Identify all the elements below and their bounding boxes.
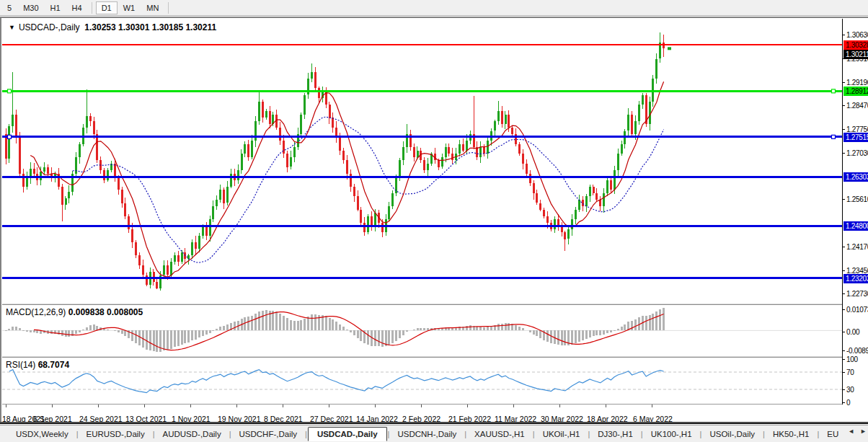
time-axis-tick (236, 405, 237, 407)
chart-frame-border (0, 422, 868, 424)
chart-symbol: USDCAD-,Daily (19, 22, 80, 32)
timeframe-w1[interactable]: W1 (118, 1, 141, 14)
time-axis[interactable]: 18 Aug 20216 Sep 202124 Sep 202113 Oct 2… (2, 405, 842, 422)
line-handle (832, 135, 836, 138)
timeframe-d1[interactable]: D1 (96, 1, 118, 14)
chart-frame-border (0, 18, 1, 422)
candles (5, 32, 665, 290)
tab-dj30-h1[interactable]: DJ30-,H1 (590, 428, 640, 441)
price-line-badge: 1.27515 (843, 133, 868, 142)
last-price-marker (668, 47, 671, 50)
price-line-badge: 1.26303 (843, 172, 868, 182)
line-handle (8, 135, 12, 138)
tab-hk50-h1[interactable]: HK50-,H1 (766, 428, 817, 441)
macd-label: MACD(12,26,9) 0.009838 0.008005 (6, 307, 143, 317)
axis-tick-label: 0.010733 (843, 305, 868, 314)
time-axis-tick (144, 405, 145, 407)
axis-tick-label: 1.28470 (843, 101, 868, 110)
tabs-scroll-left-button[interactable]: ◄ (848, 428, 854, 435)
horizontal-lines (2, 45, 842, 278)
time-axis-tick (652, 405, 652, 407)
timeframe-m30[interactable]: M30 (17, 1, 44, 14)
ma-slow-line (73, 117, 664, 262)
time-axis-tick (98, 405, 99, 407)
tab-audusd-daily[interactable]: AUDUSD-,Daily (156, 428, 229, 441)
axis-tick-label: 0 (843, 398, 868, 407)
axis-tick-label: 1.25610 (843, 195, 868, 204)
rsi-label: RSI(14) 68.7074 (6, 360, 69, 370)
time-axis-tick (190, 405, 191, 407)
axis-tick-label: 1.27030 (843, 149, 868, 158)
chart-tabs: USDX,Weekly|EURUSD-,Daily|AUDUSD-,Daily|… (0, 425, 868, 442)
timeframe-toolbar: 5M30H1H4D1W1MN (0, 0, 868, 16)
time-axis-tick (606, 405, 606, 407)
price-axis[interactable]: 1.306301.299101.291901.284701.277501.270… (842, 19, 868, 405)
axis-tick-label: 100 (843, 355, 868, 364)
macd-values: 0.009838 0.008005 (68, 307, 143, 317)
line-handle (8, 89, 12, 93)
tab-usdcnh-daily[interactable]: USDCNH-,Daily (390, 428, 464, 441)
axis-tick-label: 1.22730 (843, 289, 868, 299)
tab-eurusd-daily[interactable]: EURUSD-,Daily (79, 428, 152, 441)
tab-usdx-weekly[interactable]: USDX,Weekly (9, 428, 76, 441)
price-line-badge: 1.30211 (843, 50, 868, 59)
time-axis-tick (6, 405, 6, 407)
timeframe-h4[interactable]: H4 (66, 1, 88, 14)
time-axis-tick (375, 405, 376, 407)
time-axis-tick (467, 405, 468, 407)
axis-tick-label: 70 (843, 368, 868, 377)
price-line-badge: 1.30328 (843, 40, 868, 50)
timeframe-5[interactable]: 5 (1, 1, 17, 14)
tab-scroll-arrows: ◄ ► (843, 428, 867, 435)
line-handle (832, 89, 836, 93)
rsi-panel[interactable] (2, 358, 842, 404)
axis-tick-label: 1.29190 (843, 78, 868, 87)
tabs-scroll-right-button[interactable]: ► (860, 428, 867, 435)
toolbar-separator (168, 2, 169, 14)
tab-eu[interactable]: EU (820, 428, 846, 441)
chart-ohlc-values: 1.30253 1.30301 1.30185 1.30211 (84, 22, 216, 32)
rsi-value: 68.7074 (38, 360, 69, 370)
chart-title: ▼USDCAD-,Daily 1.30253 1.30301 1.30185 1… (9, 22, 216, 32)
time-axis-tick (513, 405, 514, 407)
tab-usdchf-daily[interactable]: USDCHF-,Daily (232, 428, 305, 441)
tab-ukoil-h1[interactable]: UKOil-,H1 (536, 428, 588, 441)
time-axis-tick (329, 405, 329, 407)
time-axis-tick (421, 405, 422, 407)
timeframe-mn[interactable]: MN (141, 1, 164, 14)
timeframe-h1[interactable]: H1 (45, 1, 66, 14)
macd-name: MACD(12,26,9) (6, 307, 66, 317)
price-line-badge: 1.23203 (843, 274, 868, 283)
price-chart[interactable] (2, 19, 842, 304)
time-axis-tick (283, 405, 283, 407)
tab-usoil-daily[interactable]: USOil-,Daily (702, 428, 762, 441)
axis-tick-label: 30 (843, 385, 868, 394)
axis-tick-label: 0.00 (843, 327, 868, 337)
axis-tick-label: 1.30630 (843, 30, 868, 40)
time-axis-tick (52, 405, 53, 407)
chart-menu-icon[interactable]: ▼ (9, 24, 15, 31)
time-axis-tick (559, 405, 560, 407)
axis-tick-label: 1.24170 (843, 242, 868, 252)
price-line-badge: 1.28912 (843, 87, 868, 96)
tab-xauusd-h1[interactable]: XAUUSD-,H1 (467, 428, 532, 441)
rsi-name: RSI(14) (6, 360, 35, 370)
price-line-badge: 1.24800 (843, 221, 868, 231)
tab-uk100-h1[interactable]: UK100-,H1 (644, 428, 699, 441)
tab-usdcad-daily[interactable]: USDCAD-,Daily (308, 427, 387, 441)
toolbar-separator (92, 2, 92, 14)
chart-frame-border (0, 17, 868, 18)
